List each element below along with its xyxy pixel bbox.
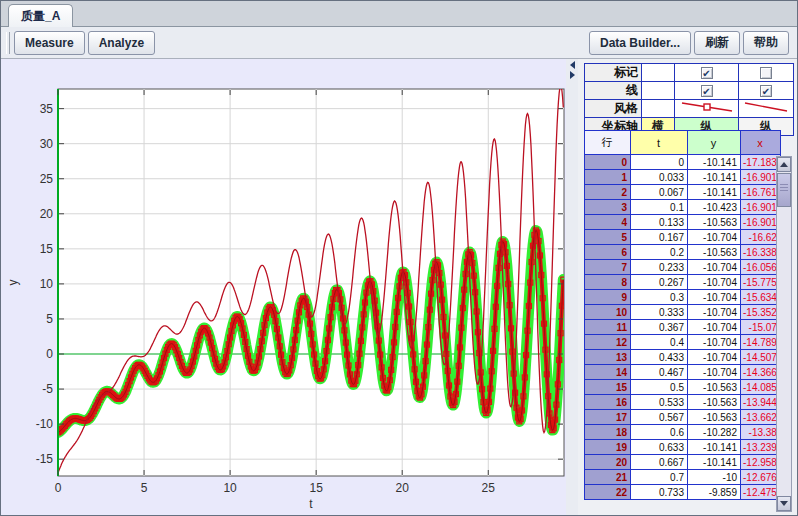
row-number-cell[interactable]: 22 bbox=[585, 485, 631, 500]
plot-canvas[interactable]: 0510152025-15-10-505101520253035ty bbox=[1, 59, 566, 516]
tab-mass-a[interactable]: 质量_A bbox=[8, 4, 73, 28]
x-cell[interactable]: -15.775 bbox=[741, 275, 781, 290]
t-cell[interactable]: 0.167 bbox=[631, 230, 688, 245]
t-column-header[interactable]: t bbox=[631, 131, 688, 155]
x-cell[interactable]: -14.366 bbox=[741, 365, 781, 380]
style-cell-x[interactable] bbox=[739, 100, 794, 118]
x-cell[interactable]: -13.944 bbox=[741, 395, 781, 410]
y-column-header[interactable]: y bbox=[688, 131, 741, 155]
row-number-cell[interactable]: 8 bbox=[585, 275, 631, 290]
line-checkbox-x-checked[interactable]: ✔ bbox=[760, 85, 772, 97]
row-number-header[interactable]: 行 bbox=[585, 131, 631, 155]
row-number-cell[interactable]: 14 bbox=[585, 365, 631, 380]
row-number-cell[interactable]: 3 bbox=[585, 200, 631, 215]
marker-checkbox-x-unchecked[interactable] bbox=[760, 67, 772, 79]
data-builder-button[interactable]: Data Builder... bbox=[589, 31, 691, 55]
x-cell[interactable]: -13.239 bbox=[741, 440, 781, 455]
analyze-button[interactable]: Analyze bbox=[88, 31, 155, 55]
splitter-collapse-left-icon[interactable] bbox=[570, 61, 575, 69]
t-cell[interactable]: 0.1 bbox=[631, 200, 688, 215]
t-cell[interactable]: 0.633 bbox=[631, 440, 688, 455]
x-cell[interactable]: -16.761 bbox=[741, 185, 781, 200]
marker-checkbox-y-checked[interactable]: ✔ bbox=[701, 67, 713, 79]
t-cell[interactable]: 0.367 bbox=[631, 320, 688, 335]
x-cell[interactable]: -15.634 bbox=[741, 290, 781, 305]
row-number-cell[interactable]: 10 bbox=[585, 305, 631, 320]
x-cell[interactable]: -14.507 bbox=[741, 350, 781, 365]
y-cell[interactable]: -10.704 bbox=[688, 230, 741, 245]
y-cell[interactable]: -10.563 bbox=[688, 395, 741, 410]
y-cell[interactable]: -10.563 bbox=[688, 380, 741, 395]
row-number-cell[interactable]: 18 bbox=[585, 425, 631, 440]
row-number-cell[interactable]: 17 bbox=[585, 410, 631, 425]
t-cell[interactable]: 0.533 bbox=[631, 395, 688, 410]
y-cell[interactable]: -10.282 bbox=[688, 425, 741, 440]
t-cell[interactable]: 0.3 bbox=[631, 290, 688, 305]
row-number-cell[interactable]: 4 bbox=[585, 215, 631, 230]
t-cell[interactable]: 0.467 bbox=[631, 365, 688, 380]
line-cell-x[interactable]: ✔ bbox=[739, 82, 794, 100]
t-cell[interactable]: 0.6 bbox=[631, 425, 688, 440]
y-cell[interactable]: -10 bbox=[688, 470, 741, 485]
row-number-cell[interactable]: 7 bbox=[585, 260, 631, 275]
t-cell[interactable]: 0.267 bbox=[631, 275, 688, 290]
measure-button[interactable]: Measure bbox=[14, 31, 85, 55]
x-cell[interactable]: -16.62 bbox=[741, 230, 781, 245]
y-cell[interactable]: -10.141 bbox=[688, 155, 741, 170]
row-number-cell[interactable]: 11 bbox=[585, 320, 631, 335]
style-cell-t[interactable] bbox=[642, 100, 675, 118]
row-number-cell[interactable]: 15 bbox=[585, 380, 631, 395]
x-cell[interactable]: -15.07 bbox=[741, 320, 781, 335]
x-cell[interactable]: -16.056 bbox=[741, 260, 781, 275]
t-cell[interactable]: 0.733 bbox=[631, 485, 688, 500]
scroll-down-button[interactable] bbox=[777, 496, 791, 511]
row-number-cell[interactable]: 13 bbox=[585, 350, 631, 365]
scrollbar-thumb[interactable] bbox=[777, 173, 791, 207]
y-cell[interactable]: -9.859 bbox=[688, 485, 741, 500]
marker-cell-t[interactable] bbox=[642, 64, 675, 82]
x-cell[interactable]: -16.338 bbox=[741, 245, 781, 260]
y-cell[interactable]: -10.704 bbox=[688, 260, 741, 275]
y-cell[interactable]: -10.704 bbox=[688, 335, 741, 350]
x-column-header[interactable]: x bbox=[741, 131, 781, 155]
line-cell-t[interactable] bbox=[642, 82, 675, 100]
t-cell[interactable]: 0.133 bbox=[631, 215, 688, 230]
row-number-cell[interactable]: 6 bbox=[585, 245, 631, 260]
x-cell[interactable]: -13.662 bbox=[741, 410, 781, 425]
line-cell-y[interactable]: ✔ bbox=[675, 82, 739, 100]
y-cell[interactable]: -10.704 bbox=[688, 305, 741, 320]
y-cell[interactable]: -10.563 bbox=[688, 215, 741, 230]
marker-cell-x[interactable] bbox=[739, 64, 794, 82]
row-number-cell[interactable]: 5 bbox=[585, 230, 631, 245]
y-cell[interactable]: -10.141 bbox=[688, 170, 741, 185]
t-cell[interactable]: 0.033 bbox=[631, 170, 688, 185]
y-cell[interactable]: -10.704 bbox=[688, 275, 741, 290]
row-number-cell[interactable]: 9 bbox=[585, 290, 631, 305]
x-cell[interactable]: -12.958 bbox=[741, 455, 781, 470]
t-cell[interactable]: 0 bbox=[631, 155, 688, 170]
row-number-cell[interactable]: 16 bbox=[585, 395, 631, 410]
y-cell[interactable]: -10.563 bbox=[688, 245, 741, 260]
t-cell[interactable]: 0.2 bbox=[631, 245, 688, 260]
y-cell[interactable]: -10.704 bbox=[688, 350, 741, 365]
t-cell[interactable]: 0.667 bbox=[631, 455, 688, 470]
x-cell[interactable]: -14.789 bbox=[741, 335, 781, 350]
y-cell[interactable]: -10.704 bbox=[688, 290, 741, 305]
row-number-cell[interactable]: 20 bbox=[585, 455, 631, 470]
marker-cell-y[interactable]: ✔ bbox=[675, 64, 739, 82]
row-number-cell[interactable]: 0 bbox=[585, 155, 631, 170]
t-cell[interactable]: 0.4 bbox=[631, 335, 688, 350]
y-cell[interactable]: -10.141 bbox=[688, 185, 741, 200]
row-number-cell[interactable]: 21 bbox=[585, 470, 631, 485]
t-cell[interactable]: 0.567 bbox=[631, 410, 688, 425]
t-cell[interactable]: 0.5 bbox=[631, 380, 688, 395]
x-cell[interactable]: -13.38 bbox=[741, 425, 781, 440]
y-cell[interactable]: -10.704 bbox=[688, 320, 741, 335]
refresh-button[interactable]: 刷新 bbox=[694, 31, 740, 55]
t-cell[interactable]: 0.7 bbox=[631, 470, 688, 485]
row-number-cell[interactable]: 12 bbox=[585, 335, 631, 350]
t-cell[interactable]: 0.233 bbox=[631, 260, 688, 275]
row-number-cell[interactable]: 2 bbox=[585, 185, 631, 200]
toolbar-grip-handle[interactable] bbox=[6, 32, 10, 54]
split-pane-divider[interactable] bbox=[566, 59, 578, 516]
